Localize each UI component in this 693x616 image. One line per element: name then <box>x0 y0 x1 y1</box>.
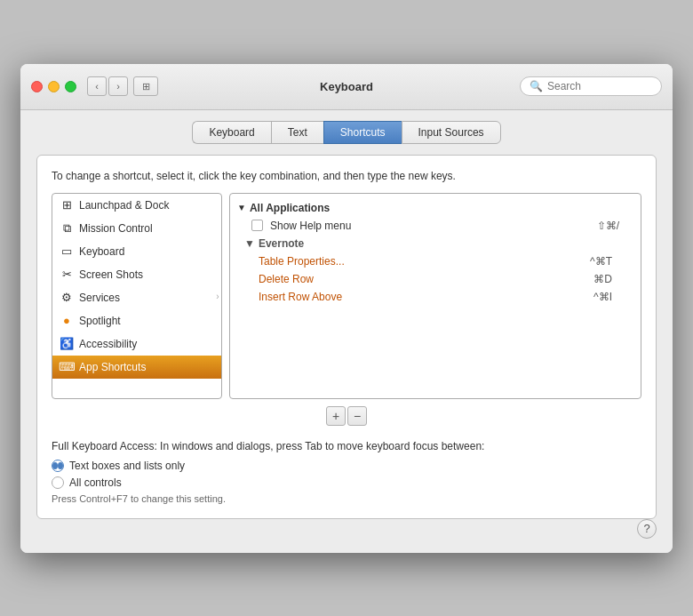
help-button[interactable]: ? <box>637 519 657 539</box>
remove-button[interactable]: − <box>347 406 367 426</box>
accessibility-icon: ♿ <box>60 337 74 351</box>
tab-shortcuts[interactable]: Shortcuts <box>323 121 402 144</box>
sidebar-item-keyboard[interactable]: ▭ Keyboard <box>52 240 221 263</box>
table-props-label: Table Properties... <box>259 255 590 268</box>
keyboard-window: ‹ › ⊞ Keyboard 🔍 Keyboard Text Shortcuts… <box>20 64 673 553</box>
search-box[interactable]: 🔍 <box>520 76 662 96</box>
forward-button[interactable]: › <box>108 76 128 96</box>
sidebar-item-label: Mission Control <box>79 222 153 235</box>
minimize-button[interactable] <box>48 81 60 92</box>
tab-keyboard[interactable]: Keyboard <box>192 121 270 144</box>
table-props-shortcut: ^⌘T <box>590 255 612 268</box>
radio-text-boxes[interactable]: Text boxes and lists only <box>52 460 641 472</box>
all-applications-label: All Applications <box>250 202 330 214</box>
right-item-insert-row[interactable]: Insert Row Above ^⌘I <box>237 288 633 306</box>
delete-row-shortcut: ⌘D <box>593 273 612 285</box>
sidebar-item-label: Keyboard <box>79 245 124 258</box>
triangle-icon: ▼ <box>244 237 255 250</box>
sidebar-item-spotlight[interactable]: ● Spotlight <box>52 309 221 332</box>
insert-row-shortcut: ^⌘I <box>593 291 612 303</box>
sidebar-item-label: Services <box>79 292 120 304</box>
grid-view-button[interactable]: ⊞ <box>133 76 158 96</box>
evernote-label: Evernote <box>259 237 304 250</box>
hint-text: Press Control+F7 to change this setting. <box>52 493 641 504</box>
right-item-table-props[interactable]: Table Properties... ^⌘T <box>237 252 633 270</box>
show-help-checkbox[interactable] <box>251 220 263 231</box>
left-panel-inner: ⊞ Launchpad & Dock ⧉ Mission Control ▭ K… <box>52 194 221 398</box>
evernote-header[interactable]: ▼ Evernote <box>237 235 633 252</box>
scissors-icon: ✂ <box>60 268 74 282</box>
sidebar-item-label: Screen Shots <box>79 268 143 281</box>
radio-all-controls-circle[interactable] <box>52 476 64 489</box>
sidebar-item-accessibility[interactable]: ♿ Accessibility <box>52 332 221 356</box>
bottom-buttons: + − <box>52 406 641 426</box>
instruction-text: To change a shortcut, select it, click t… <box>52 170 641 182</box>
search-input[interactable] <box>547 80 652 92</box>
sidebar-item-app-shortcuts[interactable]: ⌨ App Shortcuts <box>52 356 221 379</box>
tab-text[interactable]: Text <box>271 121 323 144</box>
sidebar-item-mission[interactable]: ⧉ Mission Control <box>52 217 221 240</box>
sidebar-item-label: Launchpad & Dock <box>79 199 169 212</box>
back-button[interactable]: ‹ <box>87 76 107 96</box>
panels: ⊞ Launchpad & Dock ⧉ Mission Control ▭ K… <box>52 193 641 399</box>
left-panel: ⊞ Launchpad & Dock ⧉ Mission Control ▭ K… <box>52 193 222 399</box>
radio-all-controls[interactable]: All controls <box>52 476 641 489</box>
right-panel: ▼ All Applications Show Help menu ⇧⌘/ ▼ … <box>229 193 641 399</box>
delete-row-label: Delete Row <box>259 273 593 285</box>
insert-row-label: Insert Row Above <box>259 291 593 303</box>
tabs-row: Keyboard Text Shortcuts Input Sources <box>20 110 673 144</box>
traffic-lights <box>31 81 76 92</box>
close-button[interactable] <box>31 81 43 92</box>
radio-all-controls-label: All controls <box>69 476 122 489</box>
all-applications-header[interactable]: ▼ All Applications <box>237 199 633 217</box>
sidebar-item-label: Accessibility <box>79 338 137 350</box>
scroll-indicator: › <box>214 291 221 300</box>
maximize-button[interactable] <box>65 81 76 92</box>
window-body: Keyboard Text Shortcuts Input Sources To… <box>20 110 673 553</box>
show-help-shortcut: ⇧⌘/ <box>597 220 619 232</box>
content-panel: To change a shortcut, select it, click t… <box>36 155 657 519</box>
add-button[interactable]: + <box>326 406 346 426</box>
squares-icon: ⧉ <box>60 221 74 236</box>
keyboard-access-label: Full Keyboard Access: In windows and dia… <box>52 440 641 452</box>
search-icon: 🔍 <box>530 80 543 92</box>
titlebar: ‹ › ⊞ Keyboard 🔍 <box>20 64 673 110</box>
sidebar-item-launchpad[interactable]: ⊞ Launchpad & Dock <box>52 194 221 217</box>
triangle-icon: ▼ <box>237 203 246 212</box>
gear-icon: ⚙ <box>60 291 74 305</box>
sidebar-item-screenshots[interactable]: ✂ Screen Shots <box>52 263 221 286</box>
right-item-delete-row[interactable]: Delete Row ⌘D <box>237 270 633 288</box>
left-list: ⊞ Launchpad & Dock ⧉ Mission Control ▭ K… <box>52 194 221 379</box>
window-title: Keyboard <box>320 80 373 93</box>
radio-text-boxes-circle[interactable] <box>52 460 64 472</box>
sidebar-item-label: App Shortcuts <box>79 361 146 373</box>
grid-icon: ⊞ <box>60 198 74 212</box>
hint-label: Press Control+F7 to change this setting. <box>52 493 226 504</box>
tab-input-sources[interactable]: Input Sources <box>402 121 501 144</box>
spotlight-icon: ● <box>60 314 74 328</box>
sidebar-item-services[interactable]: ⚙ Services <box>52 286 221 309</box>
appshortcuts-icon: ⌨ <box>60 360 74 374</box>
keyboard-access: Full Keyboard Access: In windows and dia… <box>52 440 641 504</box>
keyboard-icon: ▭ <box>60 244 74 259</box>
radio-text-boxes-label: Text boxes and lists only <box>69 460 185 472</box>
right-item-show-help[interactable]: Show Help menu ⇧⌘/ <box>237 217 633 235</box>
sidebar-item-label: Spotlight <box>79 315 121 327</box>
show-help-label: Show Help menu <box>270 220 597 232</box>
nav-buttons: ‹ › ⊞ <box>87 76 158 96</box>
